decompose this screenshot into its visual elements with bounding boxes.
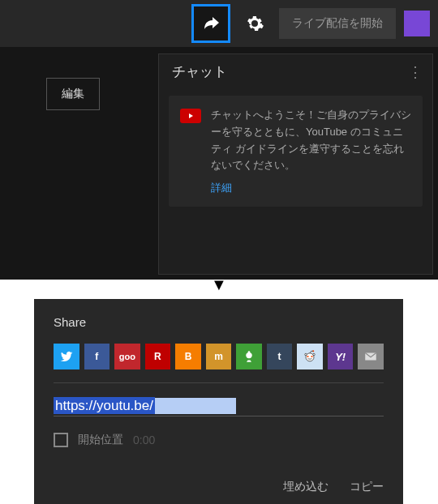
embed-button[interactable]: 埋め込む [283,480,328,494]
rakuten-icon[interactable]: R [145,344,171,369]
studio-window: ライブ配信を開始 編集 チャット ⋮ チャットへようこそ！ご自身のプライバシーを… [0,0,438,280]
start-position-time: 0:00 [133,434,155,446]
youtube-icon [180,109,201,123]
copy-button[interactable]: コピー [350,480,384,494]
chat-panel: チャット ⋮ チャットへようこそ！ご自身のプライバシーを守るとともに、YouTu… [158,53,433,275]
mail-icon[interactable] [358,344,384,369]
start-live-button[interactable]: ライブ配信を開始 [279,8,396,39]
share-arrow-icon [201,14,221,33]
yahoo-icon[interactable]: Y! [328,344,354,369]
reddit-icon[interactable] [297,344,323,369]
goo-icon[interactable]: goo [114,344,140,369]
svg-point-2 [311,356,313,357]
start-position-label: 開始位置 [78,433,123,447]
share-services-row: f goo R B m t Y! [54,344,384,369]
share-url-field[interactable]: https://youtu.be/ [54,398,384,416]
share-dialog: Share f goo R B m t Y! https://youtu.be/… [34,299,403,504]
mixi-icon[interactable]: m [206,344,232,369]
twitter-icon[interactable] [54,344,79,369]
share-dialog-title: Share [54,315,384,329]
chat-welcome-message: チャットへようこそ！ご自身のプライバシーを守るとともに、YouTube のコミュ… [169,96,423,207]
svg-point-4 [305,353,307,356]
settings-button[interactable] [238,7,271,40]
chat-more-button[interactable]: ⋮ [408,63,423,81]
share-url-obscured [155,398,236,414]
blogger-icon[interactable]: B [175,344,201,369]
chat-details-link[interactable]: 詳細 [211,181,411,195]
svg-point-1 [307,356,309,357]
svg-point-3 [313,353,316,356]
edit-button[interactable]: 編集 [46,78,100,110]
ameba-icon[interactable] [236,344,262,369]
tumblr-icon[interactable]: t [267,344,293,369]
gear-icon [245,14,264,33]
share-icon-button[interactable] [191,4,230,43]
start-position-checkbox[interactable] [54,433,68,447]
avatar[interactable] [404,11,430,36]
facebook-icon[interactable]: f [84,344,110,369]
top-header: ライブ配信を開始 [0,0,438,47]
share-url-visible: https://youtu.be/ [54,397,155,414]
chat-title: チャット [172,62,227,81]
chat-welcome-text: チャットへようこそ！ご自身のプライバシーを守るとともに、YouTube のコミュ… [211,107,411,174]
sidebar: 編集 [0,47,158,280]
